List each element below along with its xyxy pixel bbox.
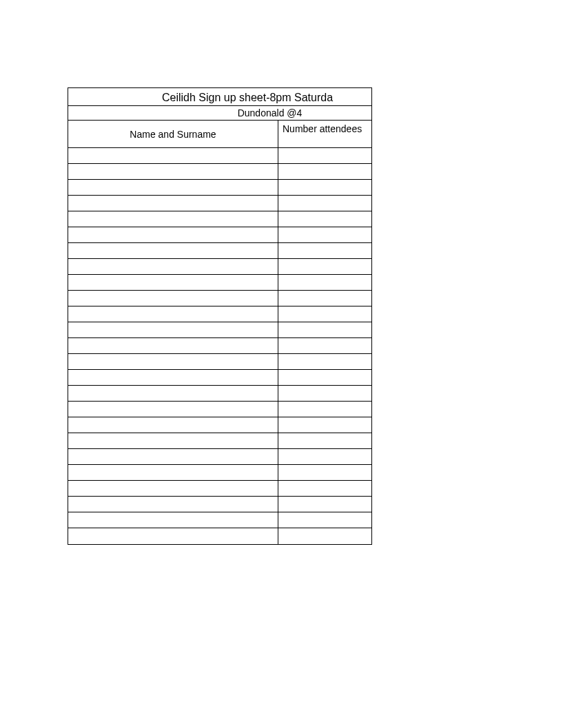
- table-row: [68, 227, 371, 243]
- table-row: [68, 275, 371, 291]
- cell-attendees[interactable]: [278, 164, 371, 179]
- column-header-attendees: Number attendees: [278, 121, 371, 147]
- cell-name[interactable]: [68, 211, 278, 227]
- table-row: [68, 164, 371, 180]
- cell-name[interactable]: [68, 227, 278, 242]
- sheet-title: Ceilidh Sign up sheet-8pm Saturda: [68, 88, 371, 106]
- cell-name[interactable]: [68, 386, 278, 401]
- cell-name[interactable]: [68, 164, 278, 179]
- cell-attendees[interactable]: [278, 417, 371, 433]
- table-header-row: Name and Surname Number attendees: [68, 121, 371, 148]
- cell-attendees[interactable]: [278, 497, 371, 512]
- table-row: [68, 259, 371, 275]
- cell-name[interactable]: [68, 354, 278, 369]
- cell-attendees[interactable]: [278, 322, 371, 337]
- cell-name[interactable]: [68, 338, 278, 353]
- table-row: [68, 354, 371, 370]
- cell-name[interactable]: [68, 370, 278, 385]
- cell-attendees[interactable]: [278, 275, 371, 290]
- cell-attendees[interactable]: [278, 291, 371, 306]
- cell-attendees[interactable]: [278, 354, 371, 369]
- table-row: [68, 386, 371, 402]
- table-row: [68, 338, 371, 354]
- cell-attendees[interactable]: [278, 338, 371, 353]
- cell-attendees[interactable]: [278, 402, 371, 417]
- cell-name[interactable]: [68, 481, 278, 496]
- cell-name[interactable]: [68, 512, 278, 528]
- cell-name[interactable]: [68, 528, 278, 544]
- table-row: [68, 370, 371, 386]
- sheet-subtitle: Dundonald @4: [68, 106, 371, 121]
- cell-name[interactable]: [68, 306, 278, 322]
- table-row: [68, 402, 371, 417]
- cell-name[interactable]: [68, 449, 278, 464]
- cell-attendees[interactable]: [278, 180, 371, 195]
- cell-attendees[interactable]: [278, 227, 371, 242]
- cell-attendees[interactable]: [278, 512, 371, 528]
- table-row: [68, 417, 371, 433]
- table-row: [68, 512, 371, 528]
- table-row: [68, 465, 371, 481]
- table-row: [68, 148, 371, 164]
- cell-name[interactable]: [68, 402, 278, 417]
- cell-name[interactable]: [68, 243, 278, 258]
- table-row: [68, 433, 371, 449]
- cell-attendees[interactable]: [278, 259, 371, 274]
- cell-name[interactable]: [68, 433, 278, 448]
- cell-attendees[interactable]: [278, 449, 371, 464]
- table-row: [68, 211, 371, 227]
- cell-attendees[interactable]: [278, 211, 371, 227]
- cell-attendees[interactable]: [278, 148, 371, 163]
- cell-attendees[interactable]: [278, 243, 371, 258]
- table-row: [68, 180, 371, 196]
- signup-sheet: Ceilidh Sign up sheet-8pm Saturda Dundon…: [68, 87, 372, 545]
- cell-name[interactable]: [68, 275, 278, 290]
- table-row: [68, 196, 371, 211]
- cell-name[interactable]: [68, 259, 278, 274]
- cell-attendees[interactable]: [278, 528, 371, 544]
- table-row: [68, 528, 371, 544]
- table-row: [68, 306, 371, 322]
- cell-attendees[interactable]: [278, 433, 371, 448]
- cell-name[interactable]: [68, 322, 278, 337]
- table-row: [68, 449, 371, 465]
- table-row: [68, 481, 371, 497]
- cell-name[interactable]: [68, 465, 278, 480]
- table-row: [68, 243, 371, 259]
- table-row: [68, 291, 371, 306]
- cell-attendees[interactable]: [278, 370, 371, 385]
- cell-attendees[interactable]: [278, 465, 371, 480]
- cell-attendees[interactable]: [278, 481, 371, 496]
- cell-name[interactable]: [68, 180, 278, 195]
- cell-name[interactable]: [68, 196, 278, 211]
- table-row: [68, 497, 371, 512]
- cell-name[interactable]: [68, 497, 278, 512]
- cell-name[interactable]: [68, 417, 278, 433]
- cell-attendees[interactable]: [278, 306, 371, 322]
- table-row: [68, 322, 371, 338]
- cell-name[interactable]: [68, 148, 278, 163]
- column-header-name: Name and Surname: [68, 121, 278, 147]
- cell-name[interactable]: [68, 291, 278, 306]
- cell-attendees[interactable]: [278, 386, 371, 401]
- cell-attendees[interactable]: [278, 196, 371, 211]
